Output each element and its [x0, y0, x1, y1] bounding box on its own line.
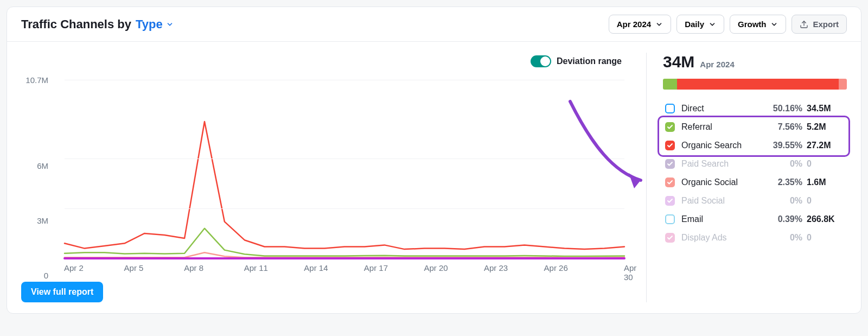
chart-panel: Deviation range 03M6M10.7M Apr 2Apr 5Apr… — [21, 53, 646, 302]
toggle-switch[interactable] — [531, 55, 551, 67]
legend-percent: 7.56% — [764, 122, 802, 132]
date-range-dropdown[interactable]: Apr 2024 — [609, 15, 671, 34]
header-actions: Apr 2024 Daily Growth Export — [609, 15, 847, 34]
y-tick-label: 0 — [44, 271, 48, 280]
deviation-range-toggle[interactable]: Deviation range — [531, 55, 622, 67]
legend-label: Organic Social — [681, 177, 760, 187]
legend-row-referral[interactable]: Referral7.56%5.2M — [663, 118, 847, 136]
total-period: Apr 2024 — [700, 60, 734, 69]
legend-value: 0 — [807, 159, 845, 169]
granularity-dropdown[interactable]: Daily — [676, 15, 724, 34]
legend-label: Referral — [681, 122, 760, 132]
legend-value: 27.2M — [807, 141, 845, 150]
legend-list: Direct50.16%34.5MReferral7.56%5.2MOrgani… — [663, 99, 847, 247]
legend-label: Organic Search — [681, 141, 760, 150]
legend-checkbox[interactable] — [665, 177, 675, 187]
y-tick-label: 10.7M — [25, 75, 48, 85]
export-label: Export — [813, 20, 839, 29]
legend-percent: 39.55% — [764, 141, 802, 150]
legend-checkbox[interactable] — [665, 233, 675, 243]
legend-percent: 50.16% — [764, 104, 802, 113]
legend-checkbox[interactable] — [665, 122, 675, 132]
total-value: 34M — [663, 53, 694, 71]
legend-percent: 0% — [764, 196, 802, 206]
date-range-label: Apr 2024 — [617, 20, 651, 29]
series-referral — [65, 229, 624, 256]
deviation-range-label: Deviation range — [557, 56, 622, 66]
x-tick-label: Apr 26 — [544, 263, 568, 272]
stacked-bar — [663, 79, 847, 90]
line-chart[interactable] — [65, 80, 624, 259]
traffic-channels-card: Traffic Channels by Type Apr 2024 Daily … — [7, 7, 861, 314]
metric-dropdown[interactable]: Growth — [730, 15, 787, 34]
chevron-down-icon — [770, 21, 778, 28]
granularity-label: Daily — [685, 20, 704, 29]
legend-row-organic-search[interactable]: Organic Search39.55%27.2M — [663, 136, 847, 155]
legend-panel: 34M Apr 2024 Direct50.16%34.5MReferral7.… — [646, 53, 847, 302]
legend-value: 34.5M — [807, 104, 845, 113]
x-tick-label: Apr 8 — [184, 263, 203, 272]
legend-checkbox[interactable] — [665, 196, 675, 206]
x-axis: Apr 2Apr 5Apr 8Apr 11Apr 14Apr 17Apr 20A… — [65, 263, 624, 275]
legend-value: 266.8K — [807, 214, 845, 224]
total-summary: 34M Apr 2024 — [663, 53, 847, 71]
legend-row-paid-search[interactable]: Paid Search0%0 — [663, 155, 847, 173]
y-tick-label: 3M — [37, 216, 48, 225]
metric-label: Growth — [738, 20, 767, 29]
legend-percent: 0% — [764, 159, 802, 169]
legend-row-paid-social[interactable]: Paid Social0%0 — [663, 192, 847, 210]
title-prefix: Traffic Channels by — [21, 17, 131, 31]
legend-value: 0 — [807, 196, 845, 206]
chevron-down-icon — [709, 21, 716, 28]
view-full-report-button[interactable]: View full report — [21, 282, 103, 302]
chart-svg — [65, 80, 624, 258]
page-title: Traffic Channels by Type — [21, 17, 174, 31]
legend-percent: 0.39% — [764, 214, 802, 224]
chevron-down-icon — [166, 21, 174, 28]
legend-row-organic-social[interactable]: Organic Social2.35%1.6M — [663, 173, 847, 192]
x-tick-label: Apr 30 — [624, 263, 636, 282]
legend-label: Email — [681, 214, 760, 224]
grid-line — [65, 159, 624, 159]
series-organic-search — [65, 122, 624, 249]
x-tick-label: Apr 17 — [364, 263, 388, 272]
legend-label: Direct — [681, 104, 760, 113]
legend-checkbox[interactable] — [665, 141, 675, 150]
card-body: Deviation range 03M6M10.7M Apr 2Apr 5Apr… — [7, 42, 861, 313]
legend-checkbox[interactable] — [665, 104, 675, 113]
x-tick-label: Apr 5 — [124, 263, 144, 272]
y-axis: 03M6M10.7M — [21, 80, 54, 275]
legend-percent: 0% — [764, 233, 802, 243]
x-tick-label: Apr 2 — [64, 263, 84, 272]
legend-value: 5.2M — [807, 122, 845, 132]
legend-label: Display Ads — [681, 233, 760, 243]
grid-line — [65, 80, 624, 80]
x-tick-label: Apr 11 — [244, 263, 268, 272]
x-tick-label: Apr 20 — [424, 263, 448, 272]
stacked-segment — [663, 79, 677, 90]
legend-percent: 2.35% — [764, 177, 802, 187]
legend-label: Paid Search — [681, 159, 760, 169]
title-type-label: Type — [136, 17, 163, 31]
card-header: Traffic Channels by Type Apr 2024 Daily … — [7, 7, 861, 42]
x-tick-label: Apr 14 — [304, 263, 328, 272]
chevron-down-icon — [655, 21, 663, 28]
plot-area: 03M6M10.7M Apr 2Apr 5Apr 8Apr 11Apr 14Ap… — [21, 80, 630, 275]
stacked-segment — [677, 79, 839, 90]
legend-row-email[interactable]: Email0.39%266.8K — [663, 210, 847, 229]
export-button[interactable]: Export — [792, 15, 847, 34]
grid-line — [65, 208, 624, 209]
type-dropdown[interactable]: Type — [136, 17, 174, 31]
stacked-segment — [839, 79, 847, 90]
legend-label: Paid Social — [681, 196, 760, 206]
x-tick-label: Apr 23 — [484, 263, 508, 272]
legend-value: 1.6M — [807, 177, 845, 187]
legend-checkbox[interactable] — [665, 159, 675, 169]
legend-row-direct[interactable]: Direct50.16%34.5M — [663, 99, 847, 118]
legend-checkbox[interactable] — [665, 214, 675, 224]
legend-row-display-ads[interactable]: Display Ads0%0 — [663, 229, 847, 247]
legend-value: 0 — [807, 233, 845, 243]
y-tick-label: 6M — [37, 161, 48, 170]
upload-icon — [800, 20, 808, 29]
